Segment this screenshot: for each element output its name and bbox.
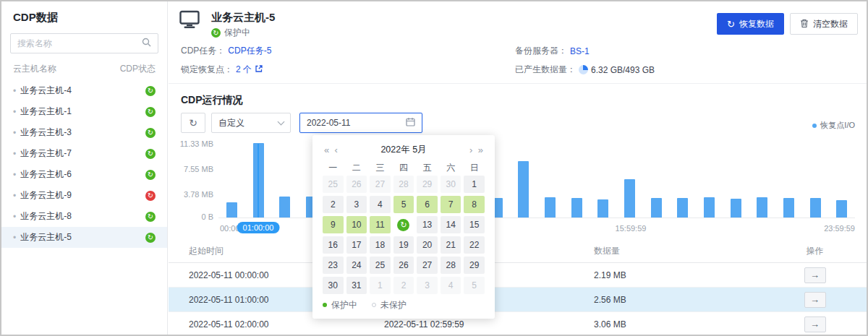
cell-end-time: 2022-05-11 02:59:59 (384, 319, 594, 329)
calendar-day[interactable]: 27 (417, 257, 438, 274)
y-tick-2: 7.55 MB (169, 165, 213, 173)
external-link-icon[interactable] (255, 64, 263, 75)
sidebar-item-host[interactable]: •业务云主机-3↻ (1, 122, 167, 143)
sidebar-item-host[interactable]: •业务云主机-7↻ (1, 143, 167, 164)
locked-points-link[interactable]: 2 个 (236, 64, 252, 76)
calendar-day[interactable]: 26 (346, 176, 367, 193)
chart-bar[interactable] (757, 197, 767, 217)
calendar-day[interactable]: 25 (370, 257, 391, 274)
calendar-day[interactable]: 21 (441, 236, 461, 254)
table-row[interactable]: 2022-05-11 02:00:002022-05-11 02:59:593.… (169, 312, 867, 336)
table-row[interactable]: 2022-05-11 00:00:002.19 MB→ (169, 263, 867, 288)
clear-data-button[interactable]: 清空数据 (790, 13, 858, 35)
chart-bar[interactable] (704, 197, 715, 217)
search-icon[interactable] (142, 37, 151, 50)
calendar-day[interactable]: ↻ (393, 216, 414, 233)
backup-server-link[interactable]: BS-1 (570, 46, 590, 56)
range-select[interactable]: 自定义 (211, 113, 291, 133)
calendar-day[interactable]: 19 (393, 236, 414, 254)
calendar-day[interactable]: 25 (323, 176, 344, 193)
calendar-day[interactable]: 1 (370, 277, 391, 294)
chart-bar[interactable] (651, 198, 662, 217)
next-month-icon[interactable]: › (468, 145, 474, 155)
calendar-day[interactable]: 27 (370, 176, 391, 193)
chart-bar[interactable] (836, 200, 847, 217)
cdp-status-icon: ↻ (145, 107, 156, 117)
sidebar-item-host[interactable]: •业务云主机-6↻ (1, 164, 167, 185)
calendar-day[interactable]: 20 (417, 236, 438, 254)
calendar-day[interactable]: 24 (346, 257, 367, 274)
calendar-day[interactable]: 26 (393, 257, 414, 274)
calendar-day[interactable]: 5 (393, 196, 414, 213)
host-list: •业务云主机-4↻•业务云主机-1↻•业务云主机-3↻•业务云主机-7↻•业务云… (1, 80, 167, 248)
restore-data-button[interactable]: ↻ 恢复数据 (717, 13, 784, 35)
calendar-day[interactable]: 15 (464, 216, 485, 233)
calendar-day[interactable]: 10 (346, 216, 367, 233)
chart-bar[interactable] (810, 198, 821, 217)
chart-bar[interactable] (624, 179, 635, 217)
calendar-day[interactable]: 31 (346, 277, 367, 294)
refresh-chart-button[interactable]: ↻ (181, 113, 205, 133)
calendar-day[interactable]: 29 (464, 257, 485, 274)
sidebar-item-host[interactable]: •业务云主机-4↻ (1, 80, 167, 101)
calendar-day[interactable]: 4 (370, 196, 391, 213)
calendar-day[interactable]: 4 (441, 277, 461, 294)
chart-bar[interactable] (731, 199, 741, 217)
calendar-day[interactable]: 28 (441, 257, 461, 274)
calendar-day[interactable]: 1 (464, 176, 485, 193)
calendar-day[interactable]: 3 (417, 277, 438, 294)
row-detail-arrow-button[interactable]: → (804, 267, 826, 283)
selected-time-pill[interactable]: 01:00:00 (237, 222, 280, 233)
calendar-day[interactable]: 29 (417, 176, 438, 193)
sidebar-item-host[interactable]: •业务云主机-8↻ (1, 206, 167, 227)
cdp-task-link[interactable]: CDP任务-5 (228, 45, 271, 57)
sidebar-item-host[interactable]: •业务云主机-9↻ (1, 185, 167, 206)
row-detail-arrow-button[interactable]: → (804, 292, 826, 308)
calendar-icon[interactable] (406, 116, 415, 129)
app-window: CDP数据 云主机名称 CDP状态 •业务云主机-4↻•业务云主机-1↻•业务云… (0, 0, 868, 336)
backup-server-row: 备份服务器： BS-1 (515, 45, 590, 57)
column-header-cdp-status: CDP状态 (120, 63, 156, 75)
calendar-day[interactable]: 2 (393, 277, 414, 294)
chart-bar[interactable] (518, 161, 529, 217)
chart-bar[interactable] (226, 202, 237, 217)
column-header-host-name: 云主机名称 (13, 63, 56, 75)
date-field[interactable] (307, 118, 393, 128)
trash-icon (800, 19, 809, 30)
calendar-day[interactable]: 2 (323, 196, 344, 213)
cell-data-size: 3.06 MB (594, 319, 789, 329)
sidebar-item-host[interactable]: •业务云主机-1↻ (1, 101, 167, 122)
next-year-icon[interactable]: » (477, 145, 485, 155)
chart-bar[interactable] (677, 198, 688, 217)
prev-year-icon[interactable]: « (323, 145, 331, 155)
calendar-day[interactable]: 13 (417, 216, 438, 233)
table-row[interactable]: 2022-05-11 01:00:002.56 MB→ (169, 288, 867, 312)
search-box[interactable] (10, 33, 158, 53)
calendar-day[interactable]: 28 (393, 176, 414, 193)
calendar-day[interactable]: 8 (464, 196, 485, 213)
row-detail-arrow-button[interactable]: → (804, 316, 826, 332)
calendar-day[interactable]: 22 (464, 236, 485, 254)
calendar-day[interactable]: 30 (441, 176, 461, 193)
search-input[interactable] (17, 38, 142, 48)
chart-bar[interactable] (545, 197, 556, 217)
calendar-day[interactable]: 16 (323, 236, 344, 254)
sidebar-item-host[interactable]: •业务云主机-5↻ (1, 227, 167, 248)
calendar-day[interactable]: 18 (370, 236, 391, 254)
chart-bar[interactable] (571, 198, 582, 217)
date-picker-input[interactable] (299, 113, 422, 133)
calendar-day[interactable]: 3 (346, 196, 367, 213)
chart-bar[interactable] (279, 197, 290, 217)
calendar-day[interactable]: 11 (370, 216, 391, 233)
calendar-day[interactable]: 30 (323, 277, 344, 294)
calendar-day[interactable]: 23 (323, 257, 344, 274)
chart-bar[interactable] (783, 198, 794, 217)
calendar-day[interactable]: 17 (346, 236, 367, 254)
calendar-day[interactable]: 9 (323, 216, 344, 233)
calendar-day[interactable]: 7 (441, 196, 461, 213)
chart-bar[interactable] (597, 199, 608, 217)
calendar-day[interactable]: 5 (464, 277, 485, 294)
calendar-day[interactable]: 6 (417, 196, 438, 213)
prev-month-icon[interactable]: ‹ (333, 145, 339, 155)
calendar-day[interactable]: 14 (441, 216, 461, 233)
